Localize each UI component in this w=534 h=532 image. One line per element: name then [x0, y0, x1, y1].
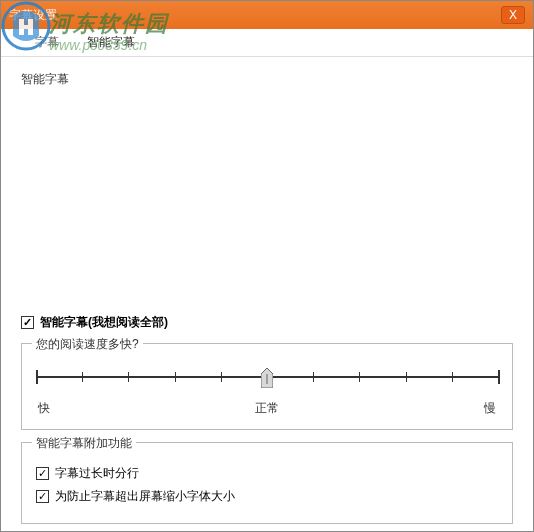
addon-group-title: 智能字幕附加功能	[32, 435, 136, 452]
section-heading: 智能字幕	[21, 71, 513, 88]
shrink-font-label: 为防止字幕超出屏幕缩小字体大小	[55, 488, 235, 505]
preview-area	[21, 98, 513, 308]
close-icon: X	[509, 8, 517, 22]
speed-slider[interactable]	[36, 364, 498, 394]
shrink-font-checkbox[interactable]	[36, 490, 49, 503]
label-fast: 快	[38, 400, 50, 417]
wrap-long-checkbox[interactable]	[36, 467, 49, 480]
wrap-long-row: 字幕过长时分行	[36, 465, 498, 482]
slider-tick	[175, 372, 176, 382]
dialog-window: 字幕设置 X 字幕 智能字幕 智能字幕 智能字幕(我想阅读全部) 您的阅读速度多…	[0, 0, 534, 532]
smart-subtitle-row: 智能字幕(我想阅读全部)	[21, 314, 513, 331]
slider-tick	[406, 372, 407, 382]
content-area: 智能字幕 智能字幕(我想阅读全部) 您的阅读速度多快?	[1, 57, 533, 532]
slider-tick	[82, 372, 83, 382]
slider-labels: 快 正常 慢	[36, 400, 498, 417]
slider-tick	[359, 372, 360, 382]
tab-smart-subtitle[interactable]: 智能字幕	[73, 29, 149, 56]
shrink-font-row: 为防止字幕超出屏幕缩小字体大小	[36, 488, 498, 505]
smart-subtitle-checkbox[interactable]	[21, 316, 34, 329]
slider-tick	[452, 372, 453, 382]
label-slow: 慢	[484, 400, 496, 417]
label-normal: 正常	[255, 400, 279, 417]
slider-tick	[313, 372, 314, 382]
wrap-long-label: 字幕过长时分行	[55, 465, 139, 482]
addon-group: 智能字幕附加功能 字幕过长时分行 为防止字幕超出屏幕缩小字体大小	[21, 442, 513, 524]
tab-bar: 字幕 智能字幕	[1, 29, 533, 57]
smart-subtitle-label: 智能字幕(我想阅读全部)	[40, 314, 168, 331]
slider-tick	[498, 370, 500, 384]
tab-subtitle[interactable]: 字幕	[21, 29, 73, 56]
slider-tick	[221, 372, 222, 382]
reading-speed-title: 您的阅读速度多快?	[32, 336, 143, 353]
slider-tick	[128, 372, 129, 382]
slider-tick	[36, 370, 38, 384]
slider-thumb[interactable]	[261, 368, 273, 388]
titlebar: 字幕设置 X	[1, 1, 533, 29]
window-title: 字幕设置	[9, 7, 501, 24]
reading-speed-group: 您的阅读速度多快?	[21, 343, 513, 430]
close-button[interactable]: X	[501, 6, 525, 24]
